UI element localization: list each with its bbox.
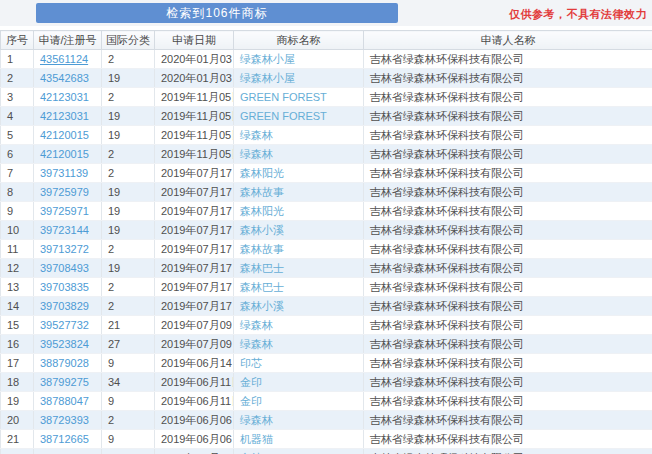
cell-applicant-name: 吉林省绿森林环保科技有限公司 — [364, 50, 652, 69]
cell-reg-number-link[interactable]: 39523824 — [34, 335, 102, 354]
table-row: 442123031192019年11月05日GREEN FOREST吉林省绿森林… — [1, 107, 652, 126]
cell-apply-date: 2019年06月11日 — [155, 392, 234, 411]
cell-applicant-name: 吉林省绿森林环保科技有限公司 — [364, 202, 652, 221]
cell-applicant-name: 吉林省绿森林环保科技有限公司 — [364, 145, 652, 164]
cell-reg-number-link[interactable]: 39703829 — [34, 297, 102, 316]
cell-intl-class: 9 — [102, 430, 155, 449]
cell-applicant-name: 吉林省绿森林环保科技有限公司 — [364, 69, 652, 88]
cell-index: 22 — [1, 449, 34, 454]
cell-apply-date: 2019年11月05日 — [155, 107, 234, 126]
table-row: 223871134192019年06月06日参娃吉林省绿森林环保科技有限公司 — [1, 449, 652, 454]
cell-reg-number-link[interactable]: 38788047 — [34, 392, 102, 411]
col-header-index: 序号 — [1, 31, 34, 50]
cell-index: 17 — [1, 354, 34, 373]
cell-reg-number-link[interactable]: 38712665 — [34, 430, 102, 449]
cell-applicant-name: 吉林省绿森林环保科技有限公司 — [364, 373, 652, 392]
cell-apply-date: 2019年07月17日 — [155, 183, 234, 202]
cell-intl-class: 19 — [102, 221, 155, 240]
cell-trademark-name-link[interactable]: 森林阳光 — [234, 202, 364, 221]
cell-trademark-name-link[interactable]: 森林巴士 — [234, 259, 364, 278]
cell-reg-number-link[interactable]: 38711341 — [34, 449, 102, 454]
cell-trademark-name-link[interactable]: 森林故事 — [234, 183, 364, 202]
cell-trademark-name-link[interactable]: 机器猫 — [234, 430, 364, 449]
cell-trademark-name-link[interactable]: 参娃 — [234, 449, 364, 454]
cell-intl-class: 19 — [102, 107, 155, 126]
table-row: 14356112422020年01月03日绿森林小屋吉林省绿森林环保科技有限公司 — [1, 50, 652, 69]
cell-intl-class: 27 — [102, 335, 155, 354]
cell-trademark-name-link[interactable]: 森林小溪 — [234, 221, 364, 240]
table-row: 1639523824272019年07月09日绿森林吉林省绿森林环保科技有限公司 — [1, 335, 652, 354]
cell-applicant-name: 吉林省绿森林环保科技有限公司 — [364, 316, 652, 335]
cell-reg-number-link[interactable]: 39713272 — [34, 240, 102, 259]
cell-apply-date: 2019年07月17日 — [155, 221, 234, 240]
cell-applicant-name: 吉林省绿森林环保科技有限公司 — [364, 354, 652, 373]
cell-applicant-name: 吉林省绿森林环保科技有限公司 — [364, 449, 652, 454]
col-header-applicant-name: 申请人名称 — [364, 31, 652, 50]
cell-applicant-name: 吉林省绿森林环保科技有限公司 — [364, 88, 652, 107]
cell-intl-class: 2 — [102, 50, 155, 69]
cell-trademark-name-link[interactable]: 森林小溪 — [234, 297, 364, 316]
cell-intl-class: 2 — [102, 145, 155, 164]
cell-index: 5 — [1, 126, 34, 145]
cell-trademark-name-link[interactable]: 印芯 — [234, 354, 364, 373]
cell-applicant-name: 吉林省绿森林环保科技有限公司 — [364, 297, 652, 316]
cell-reg-number-link[interactable]: 39708493 — [34, 259, 102, 278]
cell-intl-class: 9 — [102, 392, 155, 411]
table-row: 1838799275342019年06月11日金印吉林省绿森林环保科技有限公司 — [1, 373, 652, 392]
cell-trademark-name-link[interactable]: 绿森林小屋 — [234, 50, 364, 69]
table-row: 64212001522019年11月05日绿森林吉林省绿森林环保科技有限公司 — [1, 145, 652, 164]
cell-trademark-name-link[interactable]: 绿森林小屋 — [234, 69, 364, 88]
cell-index: 21 — [1, 430, 34, 449]
cell-trademark-name-link[interactable]: 森林故事 — [234, 240, 364, 259]
table-header-row: 序号 申请/注册号 国际分类 申请日期 商标名称 申请人名称 — [1, 31, 652, 50]
cell-trademark-name-link[interactable]: 森林巴士 — [234, 278, 364, 297]
cell-reg-number-link[interactable]: 43542683 — [34, 69, 102, 88]
cell-intl-class: 19 — [102, 202, 155, 221]
cell-trademark-name-link[interactable]: 绿森林 — [234, 316, 364, 335]
table-row: 1039723144192019年07月17日森林小溪吉林省绿森林环保科技有限公… — [1, 221, 652, 240]
cell-trademark-name-link[interactable]: 绿森林 — [234, 411, 364, 430]
cell-reg-number-link[interactable]: 39527732 — [34, 316, 102, 335]
table-row: 34212303122019年11月05日GREEN FOREST吉林省绿森林环… — [1, 88, 652, 107]
cell-trademark-name-link[interactable]: 金印 — [234, 373, 364, 392]
cell-apply-date: 2019年06月06日 — [155, 411, 234, 430]
cell-intl-class: 19 — [102, 259, 155, 278]
cell-reg-number-link[interactable]: 42120015 — [34, 145, 102, 164]
cell-reg-number-link[interactable]: 39725979 — [34, 183, 102, 202]
cell-apply-date: 2020年01月03日 — [155, 69, 234, 88]
cell-reg-number-link[interactable]: 42123031 — [34, 107, 102, 126]
search-result-banner: 检索到106件商标 — [36, 3, 398, 23]
cell-reg-number-link[interactable]: 38879028 — [34, 354, 102, 373]
col-header-intl-class: 国际分类 — [102, 31, 155, 50]
cell-apply-date: 2019年06月14日 — [155, 354, 234, 373]
cell-index: 4 — [1, 107, 34, 126]
cell-intl-class: 9 — [102, 354, 155, 373]
cell-intl-class: 2 — [102, 411, 155, 430]
cell-reg-number-link[interactable]: 42120015 — [34, 126, 102, 145]
cell-intl-class: 19 — [102, 126, 155, 145]
cell-reg-number-link[interactable]: 39725971 — [34, 202, 102, 221]
cell-reg-number-link[interactable]: 42123031 — [34, 88, 102, 107]
cell-trademark-name-link[interactable]: 绿森林 — [234, 335, 364, 354]
cell-reg-number-link[interactable]: 38799275 — [34, 373, 102, 392]
cell-reg-number-link[interactable]: 43561124 — [34, 50, 102, 69]
cell-trademark-name-link[interactable]: GREEN FOREST — [234, 107, 364, 126]
col-header-trademark-name: 商标名称 — [234, 31, 364, 50]
cell-apply-date: 2019年07月17日 — [155, 164, 234, 183]
legal-disclaimer: 仅供参考，不具有法律效力 — [509, 7, 647, 22]
cell-reg-number-link[interactable]: 39731139 — [34, 164, 102, 183]
cell-trademark-name-link[interactable]: 绿森林 — [234, 145, 364, 164]
cell-trademark-name-link[interactable]: 金印 — [234, 392, 364, 411]
cell-trademark-name-link[interactable]: GREEN FOREST — [234, 88, 364, 107]
cell-trademark-name-link[interactable]: 森林阳光 — [234, 164, 364, 183]
cell-index: 20 — [1, 411, 34, 430]
cell-apply-date: 2019年07月17日 — [155, 202, 234, 221]
cell-apply-date: 2019年06月11日 — [155, 373, 234, 392]
cell-trademark-name-link[interactable]: 绿森林 — [234, 126, 364, 145]
cell-reg-number-link[interactable]: 38729393 — [34, 411, 102, 430]
cell-reg-number-link[interactable]: 39703835 — [34, 278, 102, 297]
cell-index: 18 — [1, 373, 34, 392]
cell-reg-number-link[interactable]: 39723144 — [34, 221, 102, 240]
cell-index: 9 — [1, 202, 34, 221]
table-row: 213871266592019年06月06日机器猫吉林省绿森林环保科技有限公司 — [1, 430, 652, 449]
